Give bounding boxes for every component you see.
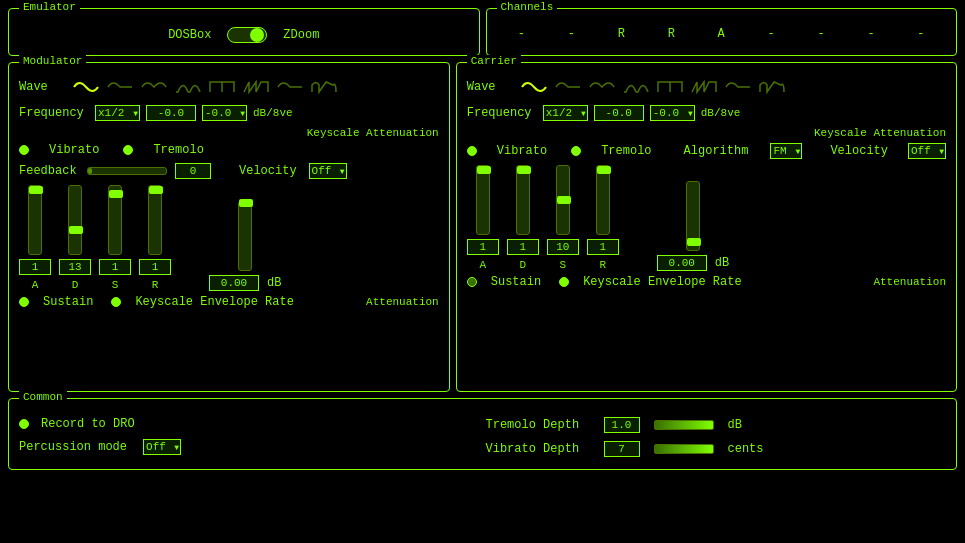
carrier-adsr-s: S [547,165,579,271]
carrier-freq-db-select[interactable]: -0.0 [650,105,695,121]
modulator-vol-db[interactable] [209,275,259,291]
modulator-panel: Modulator Wave [8,62,450,392]
modulator-wave-row: Wave [19,77,439,97]
modulator-freq-unit: dB/8ve [253,107,293,119]
carrier-velocity-label: Velocity [830,144,888,158]
modulator-tremolo-label: Tremolo [153,143,203,157]
wave-sine[interactable] [72,77,100,97]
modulator-d-value[interactable] [59,259,91,275]
percussion-wrapper[interactable]: Off BD SD [143,439,181,455]
modulator-freq-db-select[interactable]: -0.0 [202,105,247,121]
carrier-sustain-led[interactable] [467,277,477,287]
common-title: Common [19,391,67,403]
carrier-panel: Carrier Wave [456,62,957,392]
modulator-freq-mult-wrapper[interactable]: x1/2x1x2x3 [95,105,140,121]
carrier-s-value[interactable] [547,239,579,255]
carrier-r-slider[interactable] [596,165,610,235]
record-dro-label: Record to DRO [41,417,135,431]
carrier-a-slider[interactable] [476,165,490,235]
carrier-wave-saw[interactable] [690,77,718,97]
modulator-vibrato-led[interactable] [19,145,29,155]
wave-square[interactable] [208,77,236,97]
carrier-wave-sine[interactable] [520,77,548,97]
carrier-d-value[interactable] [507,239,539,255]
carrier-wave-half-sine[interactable] [554,77,582,97]
wave-abs-sine[interactable] [140,77,168,97]
modulator-tremolo-led[interactable] [123,145,133,155]
modulator-d-slider[interactable] [68,185,82,255]
common-content: Record to DRO Percussion mode Off BD SD [19,413,946,461]
modulator-s-value[interactable] [99,259,131,275]
tremolo-depth-value[interactable] [604,417,640,433]
carrier-wave-row: Wave [467,77,946,97]
tremolo-depth-slider[interactable] [654,420,714,430]
modulator-keyscale-env-led[interactable] [111,297,121,307]
modulator-sustain-led[interactable] [19,297,29,307]
modulator-vol-slider[interactable] [238,201,252,271]
carrier-r-value[interactable] [587,239,619,255]
carrier-keyscale-env-led[interactable] [559,277,569,287]
channels-row: - - R R A - - - - [497,23,947,45]
modulator-sustain-row: Sustain Keyscale Envelope Rate Attenuati… [19,295,439,309]
zdoom-label: ZDoom [283,28,319,42]
vibrato-depth-row: Vibrato Depth cents [486,441,947,457]
vibrato-depth-value[interactable] [604,441,640,457]
wave-half-sine[interactable] [106,77,134,97]
modulator-freq-label: Frequency [19,106,89,120]
carrier-freq-row: Frequency x1/2x1x2 -0.0 dB/8ve [467,105,946,121]
modulator-wave-shapes [72,77,338,97]
carrier-vol-slider[interactable] [686,181,700,251]
carrier-wave-quarter-sine[interactable] [622,77,650,97]
modulator-keyscale-row: Keyscale Attenuation [19,127,439,139]
wave-pulse-sine[interactable] [276,77,304,97]
modulator-r-slider[interactable] [148,185,162,255]
carrier-velocity-select[interactable]: Off [908,143,946,159]
carrier-vibrato-label: Vibrato [497,144,547,158]
modulator-feedback-label: Feedback [19,164,79,178]
carrier-freq-mult[interactable]: x1/2x1x2 [543,105,588,121]
modulator-feedback-slider[interactable] [87,167,167,175]
carrier-freq-mult-wrapper[interactable]: x1/2x1x2 [543,105,588,121]
carrier-d-label: D [519,259,526,271]
carrier-freq-db[interactable] [594,105,644,121]
carrier-algorithm-select[interactable]: FMAM [770,143,802,159]
modulator-wave-label: Wave [19,80,64,94]
carrier-vibrato-led[interactable] [467,146,477,156]
carrier-sustain-label: Sustain [491,275,541,289]
carrier-tremolo-led[interactable] [571,146,581,156]
modulator-s-slider[interactable] [108,185,122,255]
modulator-feedback-value[interactable] [175,163,211,179]
modulator-velocity-select[interactable]: Off [309,163,347,179]
modulator-title: Modulator [19,55,86,67]
modulator-velocity-wrapper[interactable]: Off [309,163,347,179]
percussion-select[interactable]: Off BD SD [143,439,181,455]
carrier-s-slider[interactable] [556,165,570,235]
modulator-a-value[interactable] [19,259,51,275]
modulator-sustain-label: Sustain [43,295,93,309]
carrier-velocity-wrapper[interactable]: Off [908,143,946,159]
record-dro-led[interactable] [19,419,29,429]
wave-abs-square-saw[interactable] [310,77,338,97]
carrier-algorithm-wrapper[interactable]: FMAM [770,143,802,159]
carrier-algorithm-label: Algorithm [684,144,749,158]
modulator-freq-db[interactable] [146,105,196,121]
modulator-a-slider[interactable] [28,185,42,255]
carrier-keyscale-row: Keyscale Attenuation [467,127,946,139]
carrier-a-value[interactable] [467,239,499,255]
modulator-freq-db-select-wrapper[interactable]: -0.0 [202,105,247,121]
emulator-toggle[interactable] [227,27,267,43]
tremolo-depth-label: Tremolo Depth [486,418,596,432]
wave-quarter-sine[interactable] [174,77,202,97]
carrier-d-slider[interactable] [516,165,530,235]
carrier-wave-abs-square-saw[interactable] [758,77,786,97]
modulator-freq-mult[interactable]: x1/2x1x2x3 [95,105,140,121]
carrier-wave-square[interactable] [656,77,684,97]
carrier-wave-pulse-sine[interactable] [724,77,752,97]
modulator-r-value[interactable] [139,259,171,275]
tremolo-depth-unit: dB [728,418,742,432]
carrier-freq-db-select-wrapper[interactable]: -0.0 [650,105,695,121]
vibrato-depth-slider[interactable] [654,444,714,454]
carrier-vol-db[interactable] [657,255,707,271]
wave-saw[interactable] [242,77,270,97]
carrier-wave-abs-sine[interactable] [588,77,616,97]
